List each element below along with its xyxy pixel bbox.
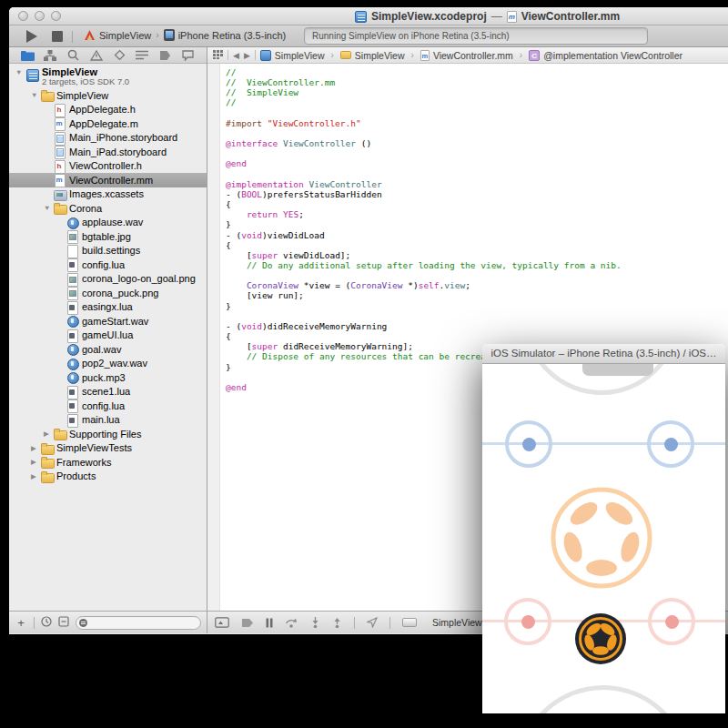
breakpoints-toggle-icon[interactable] [241,615,254,630]
tree-item[interactable]: config.lua [9,258,207,272]
xcode-titlebar[interactable]: SimpleView.xcodeproj — m ViewController.… [9,7,728,25]
image-icon [66,287,78,298]
stop-button[interactable] [49,28,66,45]
disclosure-triangle[interactable]: ▼ [44,204,54,212]
disclosure-triangle[interactable]: ▼ [15,68,25,76]
pause-button[interactable] [266,615,273,630]
breakpoint-navigator-icon[interactable] [158,49,173,62]
tree-item-label: ViewController.mm [66,175,153,186]
tree-item[interactable]: ▼Corona [9,201,207,216]
source-control-status-icon[interactable] [58,614,69,631]
tree-item[interactable]: gameUI.lua [9,329,207,343]
ios-simulator-window[interactable]: iOS Simulator – iPhone Retina (3.5-inch)… [482,344,725,713]
search-icon[interactable] [66,49,81,62]
tree-item[interactable]: gameStart.wav [9,314,207,329]
folder-icon [54,428,66,440]
zoom-window-button[interactable] [51,11,61,21]
minimize-window-button[interactable] [35,11,45,21]
tree-item[interactable]: applause.wav [9,216,207,230]
disclosure-triangle[interactable]: ▶ [31,472,41,480]
tree-item[interactable]: AppDelegate.m [9,116,207,131]
tree-item[interactable]: Main_iPad.storyboard [9,145,207,159]
disclosure-triangle[interactable]: ▶ [44,430,54,438]
step-out-icon[interactable] [332,615,342,630]
tree-item[interactable]: puck.mp3 [9,370,207,385]
scheme-device[interactable]: iPhone Retina (3.5-inch) [178,30,287,41]
scheme-selector[interactable]: SimpleView › iPhone Retina (3.5-inch) [84,29,286,41]
file-tree[interactable]: ▼ SimpleView 2 targets, iOS SDK 7.0 ▼Sim… [9,64,207,611]
folder-crumb-icon [340,51,351,59]
tree-item[interactable]: corona_logo-on_goal.png [9,272,207,287]
tree-item[interactable]: Main_iPhone.storyboard [9,131,207,146]
tree-item[interactable]: ViewController.h [9,159,207,174]
audio-icon [66,343,78,355]
tree-item[interactable]: ▶Products [9,470,207,484]
breadcrumb-symbol[interactable]: C @implementation ViewController [529,50,682,61]
tree-item[interactable]: ▼SimpleView [9,88,207,103]
tree-item-label: gameUI.lua [78,329,133,340]
simulator-titlebar[interactable]: iOS Simulator – iPhone Retina (3.5-inch)… [482,344,725,364]
close-window-button[interactable] [18,11,28,21]
code-line: { [226,331,728,341]
breadcrumb-group[interactable]: SimpleView [340,50,405,61]
tree-item[interactable]: easingx.lua [9,300,207,315]
tree-item-project[interactable]: ▼ SimpleView 2 targets, iOS SDK 7.0 [9,66,207,88]
filter-field[interactable] [76,616,201,630]
location-icon[interactable] [367,615,378,630]
tree-item[interactable]: AppDelegate.h [9,103,207,117]
folder-icon [41,470,53,482]
tree-item[interactable]: bgtable.jpg [9,229,207,244]
code-line: // SimpleView [226,87,728,97]
issue-navigator-icon[interactable] [89,49,104,62]
breadcrumb-project[interactable]: SimpleView [260,50,325,61]
tree-item[interactable]: Images.xcassets [9,187,207,202]
device-icon [164,29,175,41]
tree-item-label: main.lua [78,414,120,425]
tree-item[interactable]: ▶SimpleViewTests [9,441,207,456]
tree-item-label: Main_iPhone.storyboard [66,132,177,143]
back-button[interactable]: ◀ [233,51,239,60]
filter-bar-separator [34,617,35,629]
tree-item[interactable]: corona_puck.png [9,286,207,300]
faceoff-dot-red-left [521,615,535,629]
step-into-icon[interactable] [310,615,320,630]
puck[interactable] [574,612,627,665]
tree-item-label: gameStart.wav [78,316,148,327]
test-navigator-icon[interactable] [112,49,126,62]
tree-item-label: corona_logo-on_goal.png [78,273,196,284]
tree-item[interactable]: scene1.lua [9,385,207,399]
tree-item[interactable]: config.lua [9,399,207,413]
tree-item[interactable]: ▶Supporting Files [9,427,207,441]
simulator-screen[interactable] [482,364,725,713]
add-button[interactable]: + [15,616,27,630]
scheme-name[interactable]: SimpleView [99,30,151,41]
code-line [226,128,728,138]
tree-item[interactable]: goal.wav [9,342,207,357]
disclosure-triangle[interactable]: ▶ [31,458,41,466]
disclosure-triangle[interactable]: ▶ [31,444,41,452]
lua-icon [66,414,78,426]
code-line: CoronaView *view = (CoronaView *)self.vi… [226,280,728,290]
debug-navigator-icon[interactable] [135,49,149,62]
tree-item[interactable]: ViewController.mm [9,173,207,187]
tree-item[interactable]: build.settings [9,244,207,258]
recent-files-icon[interactable] [41,614,52,631]
code-line: { [226,240,728,250]
faceoff-dot-blue-right [664,438,678,451]
toggle-debug-area-button[interactable] [215,615,229,630]
run-button[interactable] [24,28,40,45]
related-items-icon[interactable] [213,50,223,61]
breadcrumb-file[interactable]: m ViewController.mm [420,50,513,61]
tree-item[interactable]: pop2_wav.wav [9,357,207,371]
forward-button[interactable]: ▶ [244,51,250,60]
code-line: - (BOOL)prefersStatusBarHidden [226,189,728,199]
code-line: @implementation ViewController [226,179,728,189]
symbol-navigator-icon[interactable] [43,49,57,62]
project-navigator-icon[interactable] [20,49,35,62]
disclosure-triangle[interactable]: ▼ [31,91,41,99]
report-navigator-icon[interactable] [181,49,196,62]
step-over-icon[interactable] [285,615,298,630]
tree-item[interactable]: ▶Frameworks [9,455,207,470]
tree-item-label: Supporting Files [66,429,142,440]
tree-item[interactable]: main.lua [9,413,207,428]
